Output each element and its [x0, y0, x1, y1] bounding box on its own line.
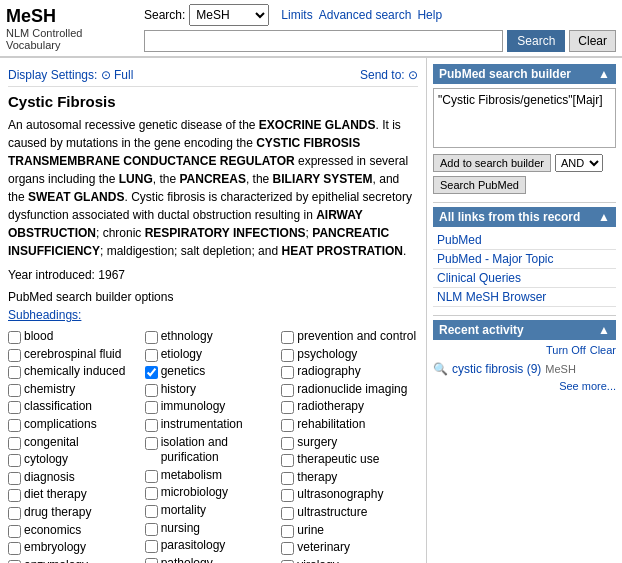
send-to-link[interactable]: Send to: ⊙	[360, 68, 418, 82]
and-or-select[interactable]: AND OR NOT	[555, 154, 603, 172]
checkbox-diagnosis[interactable]	[8, 472, 21, 485]
checkbox-nursing[interactable]	[145, 523, 158, 536]
search-select[interactable]: MeSH PubMed PMC	[189, 4, 269, 26]
checkbox-item: blood	[8, 328, 145, 346]
checkbox-label: rehabilitation	[297, 417, 365, 433]
search-button[interactable]: Search	[507, 30, 565, 52]
checkbox-item: cytology	[8, 451, 145, 469]
checkbox-congenital[interactable]	[8, 437, 21, 450]
checkbox-item: parasitology	[145, 537, 282, 555]
checkbox-label: blood	[24, 329, 53, 345]
checkbox-cerebrospinal-fluid[interactable]	[8, 349, 21, 362]
checkbox-item: radiotherapy	[281, 398, 418, 416]
list-item: PubMed	[433, 231, 616, 250]
checkbox-label: nursing	[161, 521, 200, 537]
checkbox-radionuclide-imaging[interactable]	[281, 384, 294, 397]
checkbox-urine[interactable]	[281, 525, 294, 538]
all-links-item[interactable]: Clinical Queries	[433, 269, 616, 287]
turn-off-link[interactable]: Turn Off	[546, 344, 586, 356]
clear-recent-link[interactable]: Clear	[590, 344, 616, 356]
all-links-expand-icon[interactable]: ▲	[598, 210, 610, 224]
checkbox-psychology[interactable]	[281, 349, 294, 362]
checkbox-veterinary[interactable]	[281, 542, 294, 555]
checkbox-label: chemistry	[24, 382, 75, 398]
checkbox-genetics[interactable]	[145, 366, 158, 379]
search-row1: Search: MeSH PubMed PMC Limits Advanced …	[144, 4, 616, 26]
search-pubmed-button[interactable]: Search PubMed	[433, 176, 526, 194]
recent-item-link[interactable]: cystic fibrosis (9)	[452, 362, 541, 376]
checkbox-cytology[interactable]	[8, 454, 21, 467]
checkbox-label: isolation and purification	[161, 435, 282, 466]
checkbox-metabolism[interactable]	[145, 470, 158, 483]
checkbox-item: genetics	[145, 363, 282, 381]
checkbox-label: diet therapy	[24, 487, 87, 503]
checkbox-item: radionuclide imaging	[281, 381, 418, 399]
display-settings-link[interactable]: Display Settings: ⊙ Full	[8, 68, 133, 82]
checkbox-item: enzymology	[8, 557, 145, 563]
checkbox-surgery[interactable]	[281, 437, 294, 450]
checkbox-item: ethnology	[145, 328, 282, 346]
checkbox-label: history	[161, 382, 196, 398]
checkbox-complications[interactable]	[8, 419, 21, 432]
search-row2: Search Clear	[144, 30, 616, 52]
advanced-search-link[interactable]: Advanced search	[319, 8, 412, 22]
checkbox-chemistry[interactable]	[8, 384, 21, 397]
builder-buttons: Add to search builder AND OR NOT	[433, 154, 616, 172]
checkbox-item: pathology	[145, 555, 282, 563]
checkbox-rehabilitation[interactable]	[281, 419, 294, 432]
checkbox-mortality[interactable]	[145, 505, 158, 518]
checkbox-ultrastructure[interactable]	[281, 507, 294, 520]
checkbox-parasitology[interactable]	[145, 540, 158, 553]
add-to-search-builder-button[interactable]: Add to search builder	[433, 154, 551, 172]
checkbox-diet-therapy[interactable]	[8, 489, 21, 502]
search-label: Search:	[144, 8, 185, 22]
search-input[interactable]	[144, 30, 503, 52]
checkbox-item: etiology	[145, 346, 282, 364]
checkbox-isolation-and-purification[interactable]	[145, 437, 158, 450]
checkbox-label: therapy	[297, 470, 337, 486]
checkbox-ethnology[interactable]	[145, 331, 158, 344]
checkbox-item: therapy	[281, 469, 418, 487]
all-links-item[interactable]: NLM MeSH Browser	[433, 288, 616, 306]
checkbox-etiology[interactable]	[145, 349, 158, 362]
recent-activity-expand-icon[interactable]: ▲	[598, 323, 610, 337]
list-item: NLM MeSH Browser	[433, 288, 616, 307]
checkbox-classification[interactable]	[8, 401, 21, 414]
checkbox-radiotherapy[interactable]	[281, 401, 294, 414]
checkbox-label: cerebrospinal fluid	[24, 347, 121, 363]
checkbox-label: metabolism	[161, 468, 222, 484]
divider-2	[433, 315, 616, 316]
checkbox-ultrasonography[interactable]	[281, 489, 294, 502]
checkbox-col1: bloodcerebrospinal fluidchemically induc…	[8, 328, 145, 563]
checkbox-item: surgery	[281, 434, 418, 452]
checkbox-drug-therapy[interactable]	[8, 507, 21, 520]
checkbox-instrumentation[interactable]	[145, 419, 158, 432]
recent-activity-section: Recent activity ▲ Turn Off Clear 🔍cystic…	[433, 320, 616, 378]
year-introduced: Year introduced: 1967	[8, 268, 418, 282]
checkbox-label: radiotherapy	[297, 399, 364, 415]
checkbox-immunology[interactable]	[145, 401, 158, 414]
checkbox-therapy[interactable]	[281, 472, 294, 485]
checkbox-chemically-induced[interactable]	[8, 366, 21, 379]
subheadings-link[interactable]: Subheadings:	[8, 308, 418, 322]
main-content: Display Settings: ⊙ Full Send to: ⊙ Cyst…	[0, 57, 622, 563]
all-links-item[interactable]: PubMed - Major Topic	[433, 250, 616, 268]
limits-link[interactable]: Limits	[281, 8, 312, 22]
all-links-item[interactable]: PubMed	[433, 231, 616, 249]
search-builder-expand-icon[interactable]: ▲	[598, 67, 610, 81]
see-more-link[interactable]: See more...	[559, 378, 616, 392]
checkbox-economics[interactable]	[8, 525, 21, 538]
checkbox-blood[interactable]	[8, 331, 21, 344]
help-link[interactable]: Help	[417, 8, 442, 22]
checkbox-history[interactable]	[145, 384, 158, 397]
checkbox-therapeutic-use[interactable]	[281, 454, 294, 467]
checkbox-prevention-and-control[interactable]	[281, 331, 294, 344]
checkbox-embryology[interactable]	[8, 542, 21, 555]
checkbox-pathology[interactable]	[145, 558, 158, 563]
checkbox-label: parasitology	[161, 538, 226, 554]
search-builder-box: "Cystic Fibrosis/genetics"[Majr]	[433, 88, 616, 148]
search-links: Limits Advanced search Help	[281, 8, 442, 22]
checkbox-radiography[interactable]	[281, 366, 294, 379]
clear-button[interactable]: Clear	[569, 30, 616, 52]
checkbox-microbiology[interactable]	[145, 487, 158, 500]
